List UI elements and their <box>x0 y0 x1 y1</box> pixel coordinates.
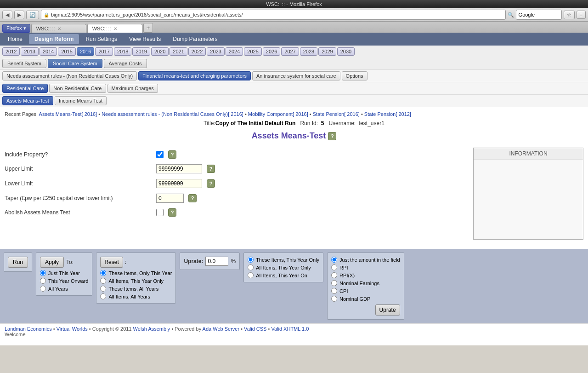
year-2022[interactable]: 2022 <box>188 47 206 56</box>
browser-tab-1[interactable]: WSC:: :: ✕ <box>31 24 86 33</box>
search-input[interactable] <box>516 10 562 20</box>
apply-this-year-onward-radio[interactable] <box>40 278 46 284</box>
apply-just-this-year-radio[interactable] <box>40 270 46 276</box>
run-button[interactable]: Run <box>8 257 28 268</box>
upper-limit-help-icon[interactable]: ? <box>207 165 215 173</box>
uprate-rpix-row[interactable]: RPI(X) <box>331 272 400 278</box>
reset-button[interactable]: Reset <box>100 257 123 268</box>
apply-all-years-radio[interactable] <box>40 286 46 292</box>
nav-run-settings[interactable]: Run Settings <box>80 34 123 44</box>
year-2017[interactable]: 2017 <box>95 47 113 56</box>
include-property-checkbox[interactable] <box>156 151 164 158</box>
tab-assets-means-test[interactable]: Assets Means-Test <box>2 96 53 105</box>
year-2018[interactable]: 2018 <box>114 47 131 56</box>
uprate-just-amount-row[interactable]: Just the amount in the field <box>331 257 400 263</box>
uprate-nominal-earnings-row[interactable]: Nominal Earnings <box>331 280 400 286</box>
page-help-icon[interactable]: ? <box>328 132 336 140</box>
tab-financial-means[interactable]: Financial means-test and charging parame… <box>138 71 251 80</box>
year-2013[interactable]: 2013 <box>21 47 38 56</box>
uprate-button[interactable]: Uprate <box>375 304 400 316</box>
recent-page-4[interactable]: State Pension[ 2016] <box>313 111 360 117</box>
forward-button[interactable]: ▶ <box>14 11 24 19</box>
browser-tab-2[interactable]: WSC:: :: ✕ <box>87 24 142 33</box>
uprate-nominal-gdp-row[interactable]: Nominal GDP <box>331 296 400 302</box>
recent-page-2[interactable]: Needs assessment rules - (Non Residentia… <box>102 111 243 117</box>
tab-benefit-system[interactable]: Benefit System <box>2 59 46 68</box>
include-property-help-icon[interactable]: ? <box>168 150 176 159</box>
year-2020[interactable]: 2020 <box>151 47 169 56</box>
footer-ada-server[interactable]: Ada Web Server <box>203 326 240 332</box>
abolish-help-icon[interactable]: ? <box>168 208 176 217</box>
tab-2-close-icon[interactable]: ✕ <box>113 26 117 31</box>
uprate-input[interactable] <box>205 257 228 266</box>
year-2027[interactable]: 2027 <box>281 47 299 56</box>
all-this-only-row[interactable]: All Items, This Year Only <box>100 278 172 284</box>
new-tab-button[interactable]: + <box>143 23 153 33</box>
all-all-years-row[interactable]: All Items, All Years <box>100 293 172 299</box>
refresh-icon[interactable]: 🔄 <box>26 11 39 19</box>
year-2019[interactable]: 2019 <box>132 47 150 56</box>
tab-1-close-icon[interactable]: ✕ <box>57 26 61 31</box>
all-all-years-radio[interactable] <box>100 293 106 299</box>
taper-help-icon[interactable]: ? <box>188 194 197 202</box>
recent-page-3[interactable]: Mobility Component[ 2016] <box>248 111 308 117</box>
year-2026[interactable]: 2026 <box>263 47 280 56</box>
year-2030[interactable]: 2030 <box>337 47 355 56</box>
year-2024[interactable]: 2024 <box>226 47 243 56</box>
tab-options[interactable]: Options <box>342 71 368 80</box>
year-2029[interactable]: 2029 <box>318 47 336 56</box>
apply-just-this-year-row[interactable]: Just This Year <box>40 270 88 276</box>
uprate-just-amount-radio[interactable] <box>331 257 337 263</box>
uprate-rpi-radio[interactable] <box>331 264 337 270</box>
year-2015[interactable]: 2015 <box>58 47 75 56</box>
these-this-only-radio[interactable] <box>248 257 254 263</box>
nav-home[interactable]: Home <box>2 34 28 44</box>
year-2012[interactable]: 2012 <box>2 47 20 56</box>
all-this-only-radio[interactable] <box>100 278 106 284</box>
all-this-only2-radio[interactable] <box>248 264 254 270</box>
these-this-only-row[interactable]: These Items, This Year Only <box>248 257 319 263</box>
uprate-nominal-earnings-radio[interactable] <box>331 280 337 286</box>
footer-landman[interactable]: Landman Economics <box>5 326 52 332</box>
tab-income-means-test[interactable]: Income Means Test <box>55 96 107 105</box>
apply-all-years-row[interactable]: All Years <box>40 286 88 292</box>
footer-welsh-assembly[interactable]: Welsh Assembly <box>133 326 170 332</box>
lower-limit-help-icon[interactable]: ? <box>207 179 215 188</box>
lower-limit-input[interactable] <box>156 179 202 188</box>
uprate-rpi-row[interactable]: RPI <box>331 264 400 270</box>
back-button[interactable]: ◀ <box>2 11 12 19</box>
apply-this-year-onward-row[interactable]: This Year Onward <box>40 278 88 284</box>
year-2025[interactable]: 2025 <box>244 47 261 56</box>
recent-page-1[interactable]: Assets Means-Test[ 2016] <box>39 111 97 117</box>
tab-insurance-system[interactable]: An insurance system for social care <box>252 71 340 80</box>
firefox-menu[interactable]: Firefox ▾ <box>2 24 30 33</box>
tab-social-care-system[interactable]: Social Care System <box>48 59 102 68</box>
address-bar[interactable]: 🔒 bigmac2:9095/wsc/parameters_page/2016/… <box>41 10 506 20</box>
uprate-cpi-row[interactable]: CPI <box>331 288 400 294</box>
footer-virtual-worlds[interactable]: Virtual Worlds <box>57 326 88 332</box>
recent-page-5[interactable]: State Pension[ 2012] <box>364 111 411 117</box>
upper-limit-input[interactable] <box>156 164 202 173</box>
all-this-only2-row[interactable]: All Items, This Year Only <box>248 264 319 270</box>
tab-maximum-charges[interactable]: Maximum Charges <box>107 84 158 93</box>
all-this-on-row[interactable]: All Items, This Year On <box>248 272 319 278</box>
uprate-nominal-gdp-radio[interactable] <box>331 296 337 302</box>
uprate-cpi-radio[interactable] <box>331 288 337 294</box>
year-2028[interactable]: 2028 <box>300 47 317 56</box>
menu-icon[interactable]: ≡ <box>577 11 586 19</box>
nav-view-results[interactable]: View Results <box>124 34 166 44</box>
these-only-this-radio[interactable] <box>100 270 106 276</box>
year-2021[interactable]: 2021 <box>170 47 187 56</box>
year-2016[interactable]: 2016 <box>77 47 94 56</box>
tab-non-residential-care[interactable]: Non-Residential Care <box>49 84 106 93</box>
nav-dump-params[interactable]: Dump Parameters <box>167 34 223 44</box>
footer-valid-xhtml[interactable]: Valid XHTML 1.0 <box>271 326 309 332</box>
year-2014[interactable]: 2014 <box>40 47 57 56</box>
bookmark-icon[interactable]: ☆ <box>564 11 575 19</box>
abolish-checkbox[interactable] <box>156 209 164 216</box>
uprate-rpix-radio[interactable] <box>331 272 337 278</box>
these-all-years-radio[interactable] <box>100 286 106 292</box>
tab-residential-care[interactable]: Residential Care <box>2 84 48 93</box>
taper-input[interactable] <box>156 194 184 203</box>
tab-needs-assessment[interactable]: Needs assessment rules - (Non Residentia… <box>2 71 137 80</box>
